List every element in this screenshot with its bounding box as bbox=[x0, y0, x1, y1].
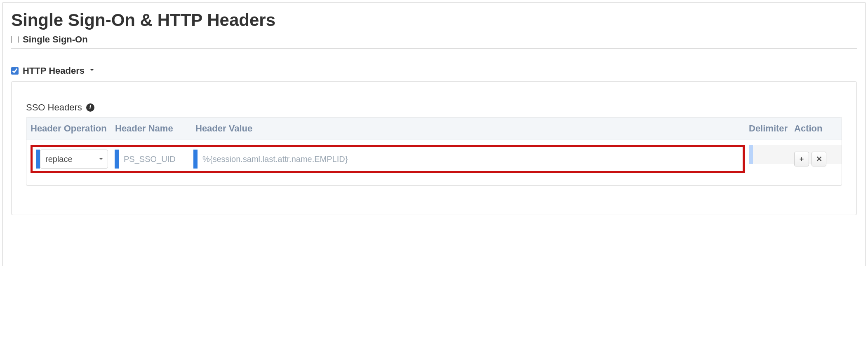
page-title: Single Sign-On & HTTP Headers bbox=[11, 10, 857, 30]
collapse-caret-icon[interactable] bbox=[89, 67, 95, 75]
col-header-action: Action bbox=[794, 123, 837, 134]
header-operation-field: replace bbox=[36, 150, 108, 169]
col-header-name: Header Name bbox=[115, 123, 191, 134]
header-value-field bbox=[193, 150, 739, 169]
close-icon: ✕ bbox=[816, 155, 822, 164]
delimiter-field bbox=[749, 145, 790, 173]
sso-section-label: Single Sign-On bbox=[23, 34, 88, 45]
sso-headers-title: SSO Headers bbox=[26, 102, 82, 113]
highlighted-fields: replace bbox=[31, 145, 745, 173]
sso-headers-table: Header Operation Header Name Header Valu… bbox=[26, 117, 842, 186]
plus-icon: + bbox=[800, 155, 804, 164]
header-value-input[interactable] bbox=[198, 150, 739, 169]
action-buttons: + ✕ bbox=[794, 145, 837, 173]
http-headers-section-toggle-row: HTTP Headers bbox=[11, 66, 857, 76]
col-header-value: Header Value bbox=[195, 123, 745, 134]
http-headers-panel: SSO Headers i Header Operation Header Na… bbox=[11, 81, 857, 215]
http-headers-checkbox[interactable] bbox=[11, 67, 19, 75]
info-icon[interactable]: i bbox=[86, 103, 94, 112]
col-header-delimiter: Delimiter bbox=[749, 123, 790, 134]
table-row: replace bbox=[26, 140, 842, 185]
add-row-button[interactable]: + bbox=[794, 152, 809, 166]
focus-bar-icon bbox=[193, 150, 198, 169]
focus-bar-icon bbox=[749, 145, 753, 164]
header-operation-select[interactable]: replace bbox=[40, 150, 108, 169]
focus-bar-icon bbox=[115, 150, 119, 169]
sso-section-toggle-row: Single Sign-On bbox=[11, 34, 857, 45]
http-headers-section-label: HTTP Headers bbox=[23, 66, 85, 76]
focus-bar-icon bbox=[36, 150, 40, 169]
sso-checkbox[interactable] bbox=[11, 36, 19, 43]
table-header-row: Header Operation Header Name Header Valu… bbox=[26, 117, 842, 140]
col-header-operation: Header Operation bbox=[31, 123, 111, 134]
remove-row-button[interactable]: ✕ bbox=[812, 152, 826, 166]
section-divider bbox=[11, 48, 857, 49]
header-name-input[interactable] bbox=[119, 150, 187, 169]
header-name-field bbox=[115, 150, 187, 169]
